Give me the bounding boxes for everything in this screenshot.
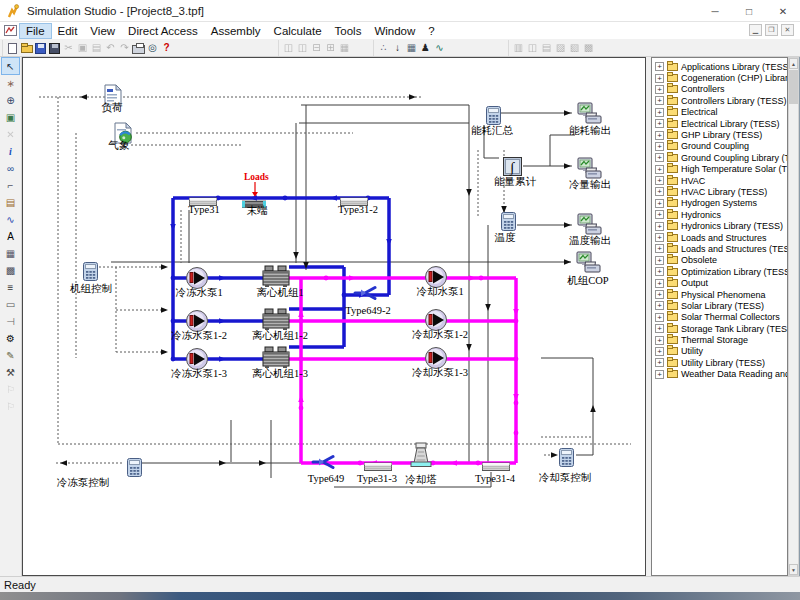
tree-item-cogeneration-chp-library-tess[interactable]: +Cogeneration (CHP) Library (TESS)	[652, 72, 787, 83]
expand-icon[interactable]: +	[655, 256, 664, 265]
tree-item-obsolete[interactable]: +Obsolete	[652, 255, 787, 266]
expand-icon[interactable]: +	[655, 347, 664, 356]
tree-scrollbar[interactable]: ▲ ▼	[788, 57, 799, 576]
expand-icon[interactable]: +	[655, 142, 664, 151]
tree-item-optimization-library-tess[interactable]: +Optimization Library (TESS)	[652, 266, 787, 277]
scroll-up-icon[interactable]: ▲	[789, 58, 798, 69]
expand-icon[interactable]: +	[655, 199, 664, 208]
expand-icon[interactable]: +	[655, 165, 664, 174]
tree-item-utility-library-tess[interactable]: +Utility Library (TESS)	[652, 357, 787, 368]
menu-direct-access[interactable]: Direct Access	[122, 24, 204, 38]
menu-calculate[interactable]: Calculate	[268, 24, 328, 38]
tree-item-ghp-library-tess[interactable]: +GHP Library (TESS)	[652, 129, 787, 140]
stamp-tool[interactable]: ▤	[2, 194, 19, 210]
menu-tools[interactable]: Tools	[329, 24, 368, 38]
new-button[interactable]	[6, 41, 19, 55]
tree-item-utility[interactable]: +Utility	[652, 346, 787, 357]
expand-icon[interactable]: +	[655, 108, 664, 117]
tree-item-ground-coupling[interactable]: +Ground Coupling	[652, 141, 787, 152]
cooling-tower[interactable]	[408, 442, 434, 472]
tree-item-hvac[interactable]: +HVAC	[652, 175, 787, 186]
expand-icon[interactable]: +	[655, 244, 664, 253]
expand-icon[interactable]: +	[655, 176, 664, 185]
image-preview-tool[interactable]: ▣	[2, 109, 19, 125]
cw-pump-control[interactable]	[559, 448, 574, 471]
menu-view[interactable]: View	[84, 24, 121, 38]
pen-tool[interactable]: ✎	[2, 347, 19, 363]
plug-tool[interactable]: ⊣	[2, 313, 19, 329]
hammer-tool[interactable]: ⚒	[2, 364, 19, 380]
tree-item-controllers[interactable]: +Controllers	[652, 84, 787, 95]
type649-2[interactable]	[353, 284, 377, 306]
scroll-down-icon[interactable]: ▼	[789, 564, 798, 575]
expand-icon[interactable]: +	[655, 210, 664, 219]
tree-item-controllers-library-tess[interactable]: +Controllers Library (TESS)	[652, 95, 787, 106]
project-canvas[interactable]: 负荷气象Type31末端Type31-2能耗汇总能耗输出∫能量累计冷量输出温度温…	[22, 57, 646, 576]
expand-icon[interactable]: +	[655, 131, 664, 140]
expand-icon[interactable]: +	[655, 153, 664, 162]
expand-icon[interactable]: +	[655, 119, 664, 128]
help-button[interactable]: ?	[160, 41, 173, 55]
print-button[interactable]	[132, 41, 145, 55]
select-tool[interactable]: ↖	[2, 58, 19, 74]
menu-file[interactable]: File	[20, 24, 51, 38]
expand-icon[interactable]: +	[655, 358, 664, 367]
expand-icon[interactable]: +	[655, 324, 664, 333]
information-tool[interactable]: i	[2, 143, 19, 159]
grid-view-button[interactable]: ▦	[405, 41, 418, 55]
settings-tool[interactable]: ⚙	[2, 330, 19, 346]
expand-icon[interactable]: +	[655, 222, 664, 231]
scrollbar-thumb[interactable]	[789, 70, 798, 104]
plot-view-button[interactable]: ∿	[433, 41, 446, 55]
expand-icon[interactable]: +	[655, 85, 664, 94]
expand-icon[interactable]: +	[655, 233, 664, 242]
expand-icon[interactable]: +	[655, 74, 664, 83]
film-tool-2[interactable]: ▩	[2, 262, 19, 278]
open-button[interactable]	[20, 41, 33, 55]
tree-item-output[interactable]: +Output	[652, 277, 787, 288]
tree-item-electrical-library-tess[interactable]: +Electrical Library (TESS)	[652, 118, 787, 129]
link-tool[interactable]: ∞	[2, 160, 19, 176]
sort-down-button[interactable]: ↓	[391, 41, 404, 55]
tree-item-thermal-storage[interactable]: +Thermal Storage	[652, 334, 787, 345]
direct-access-button[interactable]: ∴	[377, 41, 390, 55]
expand-icon[interactable]: +	[655, 301, 664, 310]
expand-icon[interactable]: +	[655, 187, 664, 196]
tree-item-ground-coupling-library-tess[interactable]: +Ground Coupling Library (TESS)	[652, 152, 787, 163]
tree-item-storage-tank-library-tess[interactable]: +Storage Tank Library (TESS)	[652, 323, 787, 334]
output-box-tool[interactable]: ▭	[2, 296, 19, 312]
close-button[interactable]: ✕	[766, 0, 800, 22]
menu-window[interactable]: Window	[368, 24, 421, 38]
type649[interactable]	[311, 453, 335, 475]
expand-icon[interactable]: +	[655, 96, 664, 105]
tree-item-hydronics-library-tess[interactable]: +Hydronics Library (TESS)	[652, 220, 787, 231]
expand-icon[interactable]: +	[655, 336, 664, 345]
zoom-tool[interactable]: ⊕	[2, 92, 19, 108]
tree-item-applications-library-tess[interactable]: +Applications Library (TESS)	[652, 61, 787, 72]
tree-item-loads-and-structures[interactable]: +Loads and Structures	[652, 232, 787, 243]
film-tool-1[interactable]: ▦	[2, 245, 19, 261]
expand-icon[interactable]: +	[655, 62, 664, 71]
tree-item-high-temperature-solar-tess[interactable]: +High Temperature Solar (TESS)	[652, 164, 787, 175]
assembly-mode-button[interactable]: ♟	[419, 41, 432, 55]
tree-item-hydrogen-systems[interactable]: +Hydrogen Systems	[652, 198, 787, 209]
mdi-restore-button[interactable]: ❐	[765, 24, 778, 36]
menu-[interactable]: ?	[422, 24, 440, 38]
expand-icon[interactable]: +	[655, 370, 664, 379]
layers-tool[interactable]: ≡	[2, 279, 19, 295]
menu-assembly[interactable]: Assembly	[205, 24, 267, 38]
menu-edit[interactable]: Edit	[52, 24, 84, 38]
save-button[interactable]	[34, 41, 47, 55]
expand-icon[interactable]: +	[655, 267, 664, 276]
text-tool[interactable]: A	[2, 228, 19, 244]
expand-icon[interactable]: +	[655, 279, 664, 288]
maximize-button[interactable]: □	[732, 0, 766, 22]
tree-item-solar-library-tess[interactable]: +Solar Library (TESS)	[652, 300, 787, 311]
minimize-button[interactable]: ─	[698, 0, 732, 22]
expand-icon[interactable]: +	[655, 290, 664, 299]
print-preview-button[interactable]: ◎	[146, 41, 159, 55]
save-all-button[interactable]	[48, 41, 61, 55]
tree-item-hvac-library-tess[interactable]: +HVAC Library (TESS)	[652, 186, 787, 197]
tree-item-weather-data-reading-and-process[interactable]: +Weather Data Reading and Process	[652, 369, 787, 380]
wrench-tool[interactable]: ⌐	[2, 177, 19, 193]
